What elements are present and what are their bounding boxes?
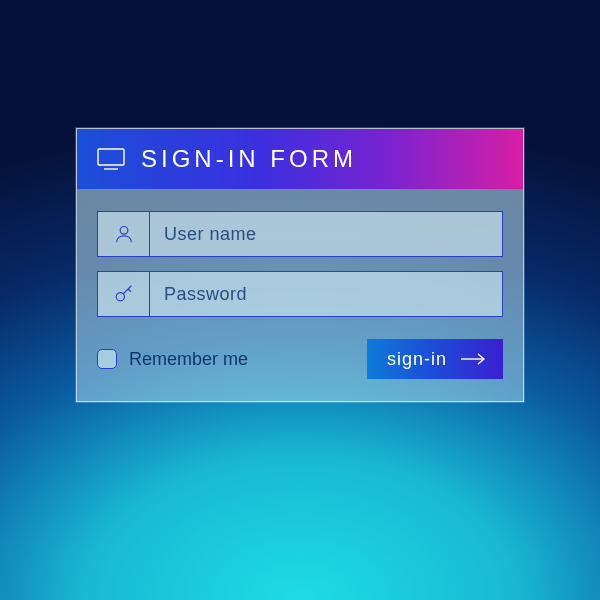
svg-point-3: [116, 293, 124, 301]
card-title: SIGN-IN FORM: [141, 145, 357, 173]
svg-line-4: [123, 286, 131, 294]
svg-point-2: [120, 226, 128, 234]
monitor-icon: [97, 148, 125, 170]
username-field: [97, 211, 503, 257]
svg-line-5: [128, 289, 131, 292]
remember-me-label: Remember me: [129, 349, 248, 370]
password-input[interactable]: [150, 272, 502, 316]
card-header: SIGN-IN FORM: [77, 129, 523, 189]
svg-rect-0: [98, 149, 124, 165]
signin-button[interactable]: sign-in: [367, 339, 503, 379]
signin-button-label: sign-in: [387, 349, 447, 370]
key-icon: [98, 272, 150, 316]
checkbox-box: [97, 349, 117, 369]
card-footer: Remember me sign-in: [77, 331, 523, 379]
username-input[interactable]: [150, 212, 502, 256]
signin-card: SIGN-IN FORM: [76, 128, 524, 402]
card-body: [77, 189, 523, 317]
arrow-right-icon: [461, 353, 487, 365]
password-field: [97, 271, 503, 317]
remember-me-checkbox[interactable]: Remember me: [97, 349, 248, 370]
user-icon: [98, 212, 150, 256]
